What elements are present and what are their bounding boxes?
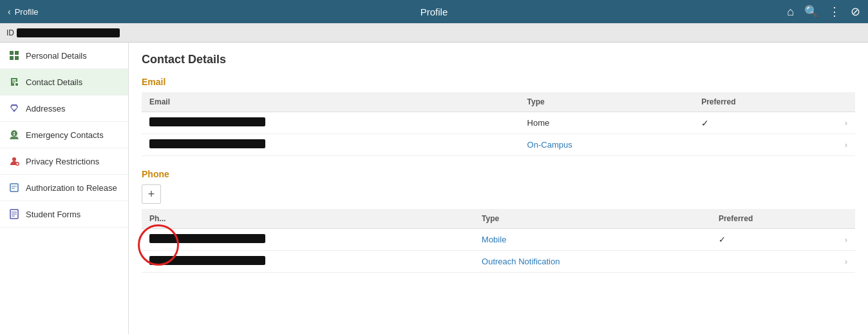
svg-rect-2 bbox=[10, 56, 14, 60]
back-label: Profile bbox=[15, 7, 39, 17]
phone-table: Ph... Type Preferred Mobile ✓ › bbox=[142, 209, 855, 273]
email-preferred-1: ✓ bbox=[693, 112, 837, 134]
home-icon[interactable]: ⌂ bbox=[787, 5, 794, 19]
personal-details-label: Personal Details bbox=[26, 51, 87, 61]
phone-type-1: Mobile bbox=[474, 229, 711, 251]
sidebar-item-student-forms[interactable]: Student Forms bbox=[0, 201, 128, 228]
phone-preferred-1: ✓ bbox=[711, 229, 837, 251]
main-layout: Personal Details Contact Details Address… bbox=[0, 43, 868, 334]
svg-rect-3 bbox=[15, 56, 19, 60]
phone-arrow-2: › bbox=[837, 251, 855, 273]
content-title: Contact Details bbox=[142, 53, 855, 66]
contact-details-label: Contact Details bbox=[26, 77, 82, 87]
id-bar: ID bbox=[0, 23, 868, 43]
id-label: ID bbox=[6, 28, 14, 37]
phone-section-heading: Phone bbox=[142, 169, 855, 179]
phone-col-header: Ph... bbox=[142, 209, 474, 229]
email-section-heading: Email bbox=[142, 77, 855, 87]
privacy-restrictions-icon bbox=[8, 155, 21, 168]
add-phone-button[interactable]: + bbox=[142, 184, 161, 204]
redacted-phone-1 bbox=[149, 234, 265, 243]
sidebar-item-personal-details[interactable]: Personal Details bbox=[0, 43, 128, 69]
email-col-header: Email bbox=[142, 92, 520, 112]
email-preferred-2 bbox=[693, 134, 837, 156]
phone-preferred-col-header: Preferred bbox=[711, 209, 837, 229]
redacted-email-2 bbox=[149, 139, 265, 148]
block-icon[interactable]: ⊘ bbox=[851, 5, 860, 19]
email-row-1[interactable]: Home ✓ › bbox=[142, 112, 855, 134]
svg-rect-0 bbox=[10, 51, 14, 55]
addresses-label: Addresses bbox=[26, 104, 65, 113]
phone-section: Phone + Ph... Type Preferred Mobile ✓ bbox=[142, 169, 855, 273]
page-title: Profile bbox=[420, 6, 448, 17]
phone-row-2[interactable]: Outreach Notification › bbox=[142, 251, 855, 273]
email-table: Email Type Preferred Home ✓ › On-Campus bbox=[142, 92, 855, 156]
preferred-col-header: Preferred bbox=[693, 92, 837, 112]
email-value-1 bbox=[142, 112, 520, 134]
phone-type-link-2[interactable]: Outreach Notification bbox=[482, 257, 560, 266]
student-forms-label: Student Forms bbox=[26, 210, 80, 219]
phone-type-link-1[interactable]: Mobile bbox=[482, 235, 506, 244]
emergency-contacts-icon bbox=[8, 128, 21, 141]
sidebar-item-privacy-restrictions[interactable]: Privacy Restrictions bbox=[0, 148, 128, 175]
sidebar-item-contact-details[interactable]: Contact Details bbox=[0, 69, 128, 95]
phone-type-2: Outreach Notification bbox=[474, 251, 711, 273]
phone-value-1 bbox=[142, 229, 474, 251]
phone-arrow-col-header bbox=[837, 209, 855, 229]
phone-value-2 bbox=[142, 251, 474, 273]
top-navigation: ‹ Profile Profile ⌂ 🔍 ⋮ ⊘ bbox=[0, 0, 868, 23]
header-actions: ⌂ 🔍 ⋮ ⊘ bbox=[787, 5, 860, 19]
student-forms-icon bbox=[8, 208, 21, 221]
redacted-email-1 bbox=[149, 117, 265, 126]
sidebar-item-addresses[interactable]: Addresses bbox=[0, 95, 128, 122]
authorization-label: Authorization to Release bbox=[26, 183, 117, 193]
emergency-contacts-label: Emergency Contacts bbox=[26, 130, 104, 140]
back-arrow-icon: ‹ bbox=[8, 6, 11, 17]
phone-arrow-1: › bbox=[837, 229, 855, 251]
email-arrow-1: › bbox=[837, 112, 855, 134]
redacted-phone-2 bbox=[149, 256, 265, 265]
svg-rect-7 bbox=[10, 184, 18, 192]
authorization-icon bbox=[8, 181, 21, 194]
search-icon[interactable]: 🔍 bbox=[804, 5, 818, 19]
email-type-link-2[interactable]: On-Campus bbox=[527, 140, 572, 150]
email-type-2: On-Campus bbox=[520, 134, 694, 156]
content-area: Contact Details Email Email Type Preferr… bbox=[129, 43, 868, 334]
email-value-2 bbox=[142, 134, 520, 156]
id-value-redacted bbox=[17, 28, 120, 37]
phone-row-1[interactable]: Mobile ✓ › bbox=[142, 229, 855, 251]
svg-rect-1 bbox=[15, 51, 19, 55]
back-button[interactable]: ‹ Profile bbox=[8, 6, 39, 17]
phone-preferred-2 bbox=[711, 251, 837, 273]
phone-type-col-header: Type bbox=[474, 209, 711, 229]
email-type-1: Home bbox=[520, 112, 694, 134]
email-arrow-2: › bbox=[837, 134, 855, 156]
email-row-2[interactable]: On-Campus › bbox=[142, 134, 855, 156]
privacy-restrictions-label: Privacy Restrictions bbox=[26, 157, 99, 166]
personal-details-icon bbox=[8, 49, 21, 62]
sidebar: Personal Details Contact Details Address… bbox=[0, 43, 129, 334]
sidebar-item-emergency-contacts[interactable]: Emergency Contacts bbox=[0, 122, 128, 148]
svg-point-5 bbox=[12, 157, 16, 161]
type-col-header: Type bbox=[520, 92, 694, 112]
addresses-icon bbox=[8, 102, 21, 115]
arrow-col-header bbox=[837, 92, 855, 112]
contact-details-icon bbox=[8, 75, 21, 88]
sidebar-item-authorization[interactable]: Authorization to Release bbox=[0, 175, 128, 201]
more-options-icon[interactable]: ⋮ bbox=[829, 5, 840, 19]
